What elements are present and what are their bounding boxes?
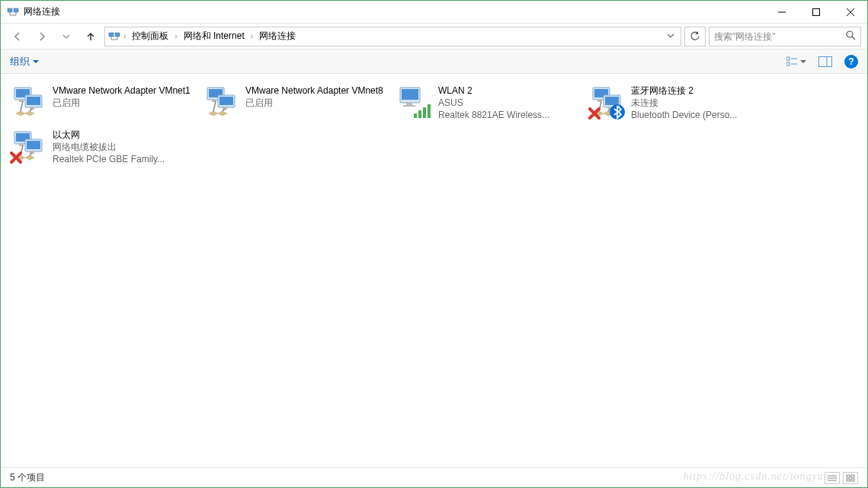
svg-line-15: [852, 37, 855, 40]
connections-content: VMware Network Adapter VMnet1已启用VMware N…: [1, 74, 867, 177]
arrow-up-icon: [85, 30, 97, 43]
breadcrumb-dropdown[interactable]: [664, 31, 677, 42]
connection-status: 已启用: [245, 97, 383, 109]
chevron-down-icon: [62, 33, 70, 40]
connection-status: 未连接: [631, 97, 737, 109]
icons-view-button[interactable]: [843, 472, 858, 484]
minimize-button[interactable]: [764, 1, 799, 23]
recent-button[interactable]: [56, 26, 77, 47]
forward-button[interactable]: [31, 26, 53, 47]
breadcrumb-sep-icon[interactable]: ›: [251, 32, 253, 40]
search-box[interactable]: [709, 27, 861, 46]
svg-rect-26: [851, 475, 854, 477]
maximize-icon: [812, 8, 820, 16]
search-input[interactable]: [714, 31, 845, 42]
maximize-button[interactable]: [799, 1, 833, 23]
toolbar-right: ?: [786, 55, 858, 69]
refresh-icon: [690, 31, 700, 42]
view-list-icon: [786, 56, 799, 67]
connection-device: Realtek PCIe GBE Family...: [53, 153, 165, 165]
close-button[interactable]: [833, 1, 867, 23]
minimize-icon: [778, 8, 786, 16]
svg-rect-1: [14, 8, 18, 12]
connection-item[interactable]: 以太网网络电缆被拔出Realtek PCIe GBE Family...: [7, 126, 200, 170]
chevron-down-icon: [33, 59, 39, 65]
svg-rect-25: [847, 475, 850, 477]
chevron-down-icon: [800, 59, 806, 65]
connection-status: 已启用: [53, 97, 191, 109]
breadcrumb-sep-icon[interactable]: ›: [175, 32, 177, 40]
watermark: https://blog.csdn.net/tongyue: [683, 470, 829, 483]
breadcrumb-item[interactable]: 网络和 Internet: [181, 28, 248, 44]
breadcrumb-sep-icon[interactable]: ›: [123, 32, 126, 40]
wlan-adapter-icon: [396, 85, 432, 121]
network-adapter-icon: [10, 129, 46, 165]
back-button[interactable]: [7, 26, 28, 47]
bluetooth-icon: [610, 104, 625, 120]
connection-name: VMware Network Adapter VMnet8: [245, 85, 383, 97]
connection-name: VMware Network Adapter VMnet1: [53, 85, 191, 97]
svg-rect-16: [786, 57, 790, 60]
svg-rect-20: [819, 56, 832, 66]
item-count: 5 个项目: [10, 471, 45, 484]
up-button[interactable]: [80, 26, 101, 47]
preview-pane-icon: [818, 56, 832, 67]
svg-point-14: [847, 31, 853, 37]
address-bar: › 控制面板 › 网络和 Internet › 网络连接: [1, 24, 867, 49]
network-adapter-icon: [10, 85, 46, 121]
connection-device: Bluetooth Device (Perso...: [631, 109, 737, 121]
search-icon[interactable]: [845, 30, 856, 43]
svg-rect-0: [8, 8, 12, 12]
connection-item[interactable]: VMware Network Adapter VMnet1已启用: [7, 81, 200, 126]
app-icon: [7, 6, 19, 18]
connection-name: WLAN 2: [438, 85, 549, 97]
help-button[interactable]: ?: [844, 55, 858, 69]
chevron-down-icon: [667, 32, 674, 40]
connection-status: ASUS: [438, 97, 549, 109]
svg-rect-27: [847, 479, 850, 481]
svg-rect-18: [786, 62, 790, 65]
breadcrumb-item[interactable]: 网络连接: [256, 28, 299, 44]
refresh-button[interactable]: [684, 27, 706, 46]
svg-rect-28: [851, 479, 854, 481]
error-icon: [10, 152, 22, 164]
network-adapter-icon: [588, 85, 625, 121]
error-icon: [588, 107, 601, 120]
close-icon: [847, 8, 854, 16]
toolbar: 组织 ?: [1, 49, 867, 74]
organize-button[interactable]: 组织: [10, 55, 39, 69]
svg-rect-6: [812, 8, 819, 15]
breadcrumb[interactable]: › 控制面板 › 网络和 Internet › 网络连接: [104, 27, 681, 46]
organize-label: 组织: [10, 55, 30, 69]
window-controls: [764, 1, 867, 23]
connection-device: Realtek 8821AE Wireless...: [438, 109, 549, 121]
icons-view-icon: [846, 474, 855, 482]
connection-item[interactable]: VMware Network Adapter VMnet8已启用: [200, 81, 392, 126]
arrow-right-icon: [36, 30, 48, 43]
preview-pane-button[interactable]: [818, 56, 832, 67]
connection-name: 蓝牙网络连接 2: [631, 85, 737, 97]
connection-name: 以太网: [53, 129, 165, 141]
view-switcher: [825, 472, 858, 484]
svg-rect-10: [115, 33, 120, 37]
connection-item[interactable]: WLAN 2ASUSRealtek 8821AE Wireless...: [392, 81, 585, 126]
svg-rect-9: [109, 33, 114, 37]
connection-item[interactable]: 蓝牙网络连接 2未连接Bluetooth Device (Perso...: [585, 81, 778, 126]
breadcrumb-item[interactable]: 控制面板: [129, 28, 171, 44]
network-icon: [108, 30, 120, 43]
view-options-button[interactable]: [786, 56, 806, 67]
connection-status: 网络电缆被拔出: [53, 141, 165, 153]
titlebar: 网络连接: [1, 1, 867, 24]
network-adapter-icon: [203, 85, 239, 121]
arrow-left-icon: [11, 30, 24, 43]
window-title: 网络连接: [24, 5, 764, 18]
